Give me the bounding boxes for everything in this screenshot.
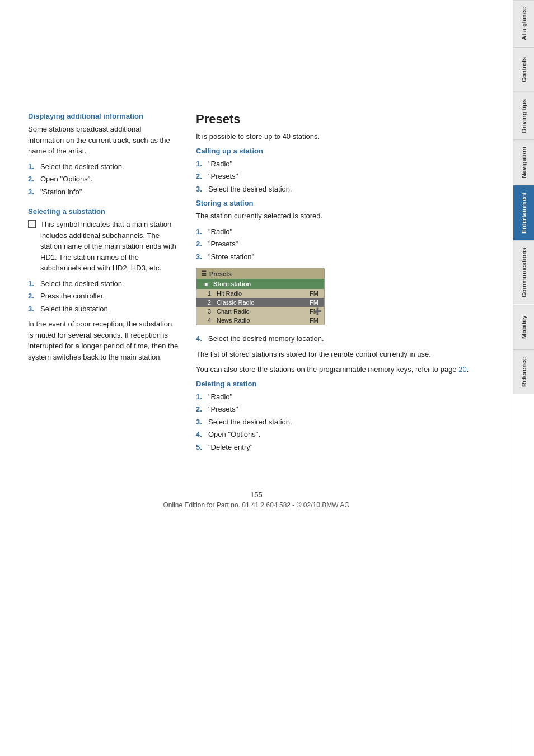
screen-title-bar: ☰ Presets <box>196 268 324 279</box>
list-item: 4. Open "Options". <box>196 429 485 440</box>
storing-body2: You can also store the stations on the p… <box>196 364 485 375</box>
list-item: 3. Select the desired station. <box>196 184 485 195</box>
heading-storing: Storing a station <box>196 199 485 207</box>
list-item: 2. Press the controller. <box>28 291 179 302</box>
storing-body1: The list of stored stations is stored fo… <box>196 349 485 360</box>
tab-mobility[interactable]: Mobility <box>513 305 534 349</box>
steps-storing: 1. "Radio" 2. "Presets" 3. "Store statio… <box>196 226 485 263</box>
presets-title: Presets <box>196 112 485 127</box>
section-deleting: Deleting a station 1. "Radio" 2. "Preset… <box>196 380 485 453</box>
station-row-3: 3 Chart Radio FM ➕ <box>196 307 324 316</box>
list-item: 1. "Radio" <box>196 226 485 237</box>
list-item: 3. "Store station" <box>196 251 485 263</box>
step4-list: 4. Select the desired memory location. <box>196 333 485 344</box>
substation-body2: In the event of poor reception, the subs… <box>28 319 179 362</box>
page-link-20[interactable]: 20 <box>458 365 466 374</box>
list-item: 2. "Presets" <box>196 171 485 182</box>
list-item: 3. Select the desired station. <box>196 417 485 428</box>
list-item: 3. "Station info" <box>28 186 179 198</box>
list-item: 1. "Radio" <box>196 391 485 403</box>
steps-deleting: 1. "Radio" 2. "Presets" 3. Select the de… <box>196 391 485 453</box>
steps-calling: 1. "Radio" 2. "Presets" 3. Select the de… <box>196 158 485 195</box>
tab-communications[interactable]: Communications <box>513 240 534 304</box>
screen-store-station: ■ Store station <box>196 279 324 289</box>
sidebar-tabs: At a glance Controls Driving tips Naviga… <box>513 0 534 756</box>
heading-calling: Calling up a station <box>196 147 485 155</box>
page-number: 155 <box>28 491 485 499</box>
scroll-arrow-icon: ➕ <box>313 307 322 315</box>
station-row-1: 1 Hit Radio FM <box>196 289 324 298</box>
presets-intro: It is possible to store up to 40 station… <box>196 131 485 142</box>
station-row-2: 2 Classic Radio FM <box>196 298 324 307</box>
list-item: 3. Select the substation. <box>28 304 179 315</box>
list-item: 1. "Radio" <box>196 158 485 170</box>
store-station-label: Store station <box>213 281 251 287</box>
steps-displaying: 1. Select the desired station. 2. Open "… <box>28 161 179 198</box>
list-item: 2. Open "Options". <box>28 174 179 185</box>
list-item: 4. Select the desired memory location. <box>196 333 485 344</box>
list-item: 1. Select the desired station. <box>28 278 179 290</box>
heading-deleting: Deleting a station <box>196 380 485 388</box>
tab-navigation[interactable]: Navigation <box>513 139 534 185</box>
list-item: 5. "Delete entry" <box>196 442 485 453</box>
heading-substation: Selecting a substation <box>28 207 179 216</box>
list-item: 2. "Presets" <box>196 239 485 250</box>
footer: 155 Online Edition for Part no. 01 41 2 … <box>28 479 485 515</box>
substation-symbol <box>28 220 36 228</box>
symbol-text: This symbol indicates that a main statio… <box>40 219 179 274</box>
screen-title-icon: ☰ <box>201 270 207 277</box>
section-displaying: Displaying additional information Some s… <box>28 112 179 197</box>
tab-at-a-glance[interactable]: At a glance <box>513 0 534 47</box>
store-icon: ■ <box>202 281 210 287</box>
footer-text: Online Edition for Part no. 01 41 2 604 … <box>28 501 485 509</box>
section-storing: Storing a station The station currently … <box>196 199 485 375</box>
steps-substation: 1. Select the desired station. 2. Press … <box>28 278 179 315</box>
storing-intro: The station currently selected is stored… <box>196 211 485 222</box>
list-item: 2. "Presets" <box>196 404 485 415</box>
screen-title-text: Presets <box>209 270 232 277</box>
station-row-4: 4 News Radio FM <box>196 316 324 325</box>
tab-driving-tips[interactable]: Driving tips <box>513 92 534 140</box>
section-substation: Selecting a substation This symbol indic… <box>28 207 179 362</box>
tab-controls[interactable]: Controls <box>513 47 534 92</box>
body-displaying: Some stations broadcast additional infor… <box>28 124 179 157</box>
heading-displaying: Displaying additional information <box>28 112 179 120</box>
section-calling: Calling up a station 1. "Radio" 2. "Pres… <box>196 147 485 195</box>
tab-entertainment[interactable]: Entertainment <box>513 185 534 240</box>
list-item: 1. Select the desired station. <box>28 161 179 172</box>
symbol-paragraph: This symbol indicates that a main statio… <box>28 219 179 274</box>
screen-mockup: ☰ Presets ■ Store station 1 Hit Radio FM <box>196 268 325 325</box>
tab-reference[interactable]: Reference <box>513 349 534 394</box>
